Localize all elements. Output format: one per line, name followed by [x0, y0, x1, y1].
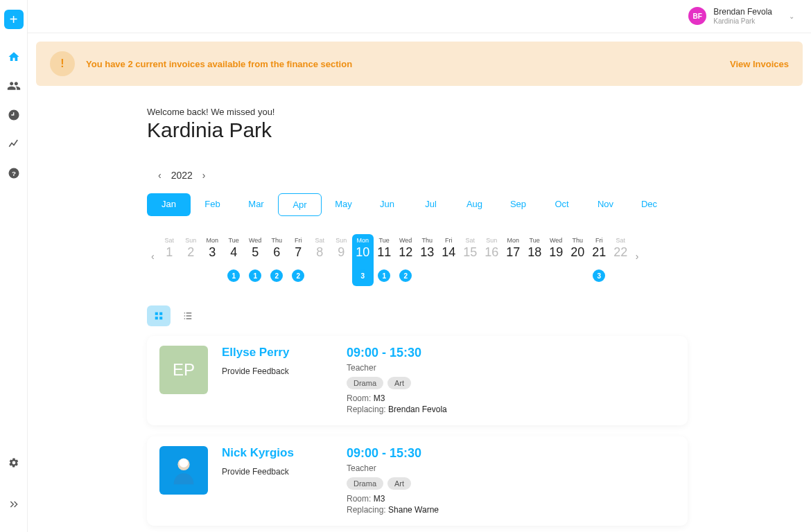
provide-feedback-link[interactable]: Provide Feedback [222, 467, 333, 477]
content: ! You have 2 current invoices available … [28, 33, 811, 532]
day-16[interactable]: Sun16 [481, 237, 503, 286]
day-badge: 3 [593, 269, 605, 282]
card-name[interactable]: Ellyse Perry [222, 346, 333, 360]
days-next-icon[interactable]: › [631, 237, 643, 262]
month-dec[interactable]: Dec [627, 193, 671, 216]
settings-icon[interactable] [6, 454, 22, 471]
replacing: Replacing: Brendan Fevola [347, 405, 675, 414]
month-may[interactable]: May [322, 193, 365, 216]
view-invoices-link[interactable]: View Invoices [730, 59, 789, 69]
booking-card[interactable]: Nick KyrgiosProvide Feedback09:00 - 15:3… [147, 436, 688, 526]
month-sep[interactable]: Sep [496, 193, 540, 216]
svg-text:?: ? [12, 170, 16, 177]
day-badge: 3 [356, 269, 369, 282]
people-icon[interactable] [6, 78, 22, 94]
year-prev-icon[interactable]: ‹ [158, 170, 162, 181]
month-oct[interactable]: Oct [540, 193, 584, 216]
invoice-banner: ! You have 2 current invoices available … [36, 42, 803, 86]
day-9[interactable]: Sun9 [331, 237, 352, 286]
day-7[interactable]: Fri72 [288, 237, 309, 286]
day-22[interactable]: Sat22 [610, 237, 631, 286]
day-11[interactable]: Tue111 [374, 237, 395, 286]
card-tags: DramaArt [347, 377, 675, 389]
grid-view-button[interactable] [147, 305, 171, 326]
day-10[interactable]: Mon103 [352, 234, 374, 286]
sidebar: + ? [0, 0, 28, 532]
day-badge: 1 [227, 269, 240, 282]
svg-point-13 [180, 459, 189, 468]
welcome-text: Welcome back! We missed you! [147, 107, 688, 117]
expand-icon[interactable] [6, 496, 22, 513]
card-time: 09:00 - 15:30 [347, 346, 675, 360]
user-org: Kardinia Park [713, 17, 772, 26]
day-3[interactable]: Mon3 [202, 237, 223, 286]
svg-rect-8 [184, 315, 185, 316]
month-mar[interactable]: Mar [234, 193, 278, 216]
year-label: 2022 [171, 170, 193, 181]
month-jan[interactable]: Jan [147, 193, 191, 216]
day-17[interactable]: Mon17 [503, 237, 524, 286]
svg-rect-11 [186, 319, 192, 319]
day-13[interactable]: Thu13 [417, 237, 438, 286]
day-12[interactable]: Wed122 [395, 237, 417, 286]
user-menu[interactable]: BF Brendan Fevola Kardinia Park ⌄ [688, 7, 794, 25]
card-avatar: EP [159, 346, 208, 394]
day-8[interactable]: Sat8 [309, 237, 331, 286]
month-aug[interactable]: Aug [453, 193, 496, 216]
room: Room: M3 [347, 393, 675, 403]
help-icon[interactable]: ? [6, 165, 22, 181]
replacing: Replacing: Shane Warne [347, 505, 675, 515]
month-apr[interactable]: Apr [278, 193, 322, 216]
room: Room: M3 [347, 494, 675, 504]
svg-rect-3 [159, 312, 162, 315]
clock-icon[interactable] [6, 107, 22, 123]
tag: Art [387, 477, 411, 490]
day-1[interactable]: Sat1 [159, 237, 180, 286]
home-icon[interactable] [6, 48, 22, 65]
analytics-icon[interactable] [6, 136, 22, 152]
svg-rect-6 [184, 312, 185, 313]
card-name[interactable]: Nick Kyrgios [222, 446, 333, 460]
month-selector: JanFebMarAprMayJunJulAugSepOctNovDec [147, 193, 688, 216]
day-badge: 1 [249, 269, 261, 282]
view-toggle [147, 305, 688, 326]
tag: Art [387, 377, 411, 389]
days-prev-icon[interactable]: ‹ [147, 237, 159, 262]
year-nav: ‹ 2022 › [158, 170, 688, 181]
day-21[interactable]: Fri213 [588, 237, 610, 286]
day-badge: 2 [270, 269, 283, 282]
chevron-down-icon: ⌄ [789, 12, 794, 20]
day-4[interactable]: Tue41 [223, 237, 245, 286]
svg-rect-7 [186, 312, 192, 313]
month-jun[interactable]: Jun [365, 193, 409, 216]
booking-card[interactable]: EPEllyse PerryProvide Feedback09:00 - 15… [147, 336, 688, 425]
provide-feedback-link[interactable]: Provide Feedback [222, 366, 333, 376]
day-20[interactable]: Thu20 [567, 237, 588, 286]
day-badge: 1 [378, 269, 390, 282]
tag: Drama [347, 377, 383, 389]
org-title: Kardinia Park [147, 118, 688, 142]
banner-text: You have 2 current invoices available fr… [86, 59, 352, 69]
day-14[interactable]: Fri14 [438, 237, 460, 286]
add-button[interactable]: + [4, 10, 24, 29]
day-15[interactable]: Sat15 [460, 237, 481, 286]
day-18[interactable]: Tue18 [524, 237, 546, 286]
month-nov[interactable]: Nov [584, 193, 627, 216]
svg-rect-10 [184, 319, 185, 319]
month-feb[interactable]: Feb [191, 193, 234, 216]
day-badge: 2 [292, 269, 304, 282]
tag: Drama [347, 477, 383, 490]
card-role: Teacher [347, 463, 675, 473]
month-jul[interactable]: Jul [409, 193, 453, 216]
svg-rect-2 [155, 312, 158, 315]
day-2[interactable]: Sun2 [180, 237, 202, 286]
card-role: Teacher [347, 363, 675, 373]
day-5[interactable]: Wed51 [245, 237, 266, 286]
list-view-button[interactable] [176, 305, 200, 326]
card-tags: DramaArt [347, 477, 675, 490]
day-19[interactable]: Wed19 [546, 237, 567, 286]
day-badge: 2 [399, 269, 412, 282]
day-6[interactable]: Thu62 [266, 237, 288, 286]
year-next-icon[interactable]: › [202, 170, 206, 181]
alert-icon: ! [50, 51, 75, 76]
